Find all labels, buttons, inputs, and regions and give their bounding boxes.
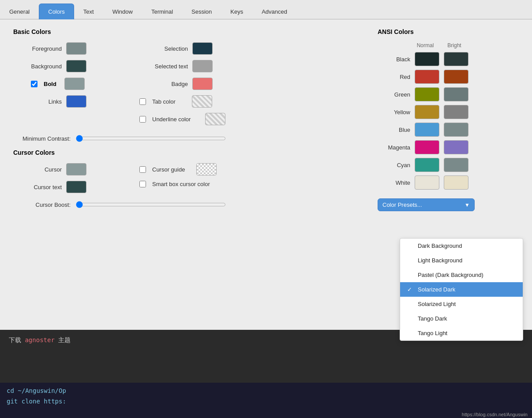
ansi-normal-swatch[interactable] — [415, 70, 439, 84]
bold-checkbox[interactable] — [31, 81, 37, 87]
bold-label: Bold — [44, 81, 56, 87]
ansi-bright-swatch[interactable] — [444, 105, 468, 119]
dropdown-item[interactable]: Pastel (Dark Background) — [400, 268, 523, 282]
ansi-normal-swatch[interactable] — [415, 175, 439, 190]
ansi-row: Black — [378, 52, 519, 66]
tab-color-swatch[interactable] — [192, 95, 212, 108]
ansi-normal-swatch[interactable] — [415, 123, 439, 137]
ansi-colors-title: ANSI Colors — [378, 28, 519, 35]
tab-bar: General Colors Text Window Terminal Sess… — [0, 0, 532, 19]
ansi-rows: Black Red Green Yellow Blue Magenta Cyan… — [378, 52, 519, 190]
underline-color-checkbox[interactable] — [139, 116, 146, 123]
badge-label: Badge — [139, 81, 188, 87]
smart-box-row: Smart box cursor color — [139, 181, 223, 187]
minimum-contrast-slider[interactable] — [76, 135, 226, 142]
foreground-row: Foreground — [13, 42, 86, 55]
dropdown-item[interactable]: Dark Background — [400, 239, 523, 253]
highlight-word: agnoster — [25, 336, 54, 343]
terminal-block: cd ~/Anguswin/Op git clone https: — [0, 383, 532, 418]
ansi-bright-swatch[interactable] — [444, 52, 468, 66]
tab-general[interactable]: General — [0, 4, 39, 19]
tab-color-row: Tab color — [139, 95, 225, 108]
cursor-row: Cursor — [13, 163, 86, 175]
url-bar: https://blog.csdn.net/Anguswin — [462, 412, 528, 417]
cursor-label: Cursor — [13, 166, 62, 173]
basic-colors-left: Foreground Background Bold Links — [13, 42, 86, 131]
underline-color-swatch[interactable] — [205, 113, 225, 125]
background-label: Background — [13, 63, 62, 70]
terminal-cmd1: cd ~/Anguswin/Op — [7, 387, 525, 394]
bright-header: Bright — [442, 42, 467, 49]
ansi-row: Red — [378, 70, 519, 84]
ansi-normal-swatch[interactable] — [415, 87, 439, 101]
ansi-bright-swatch[interactable] — [444, 70, 468, 84]
presets-area: Color Presets... ▼ — [378, 198, 519, 211]
presets-label: Color Presets... — [382, 202, 422, 208]
cursor-guide-checkbox[interactable] — [139, 166, 146, 173]
tab-text[interactable]: Text — [74, 4, 103, 19]
links-row: Links — [13, 95, 86, 108]
cursor-colors-layout: Cursor Cursor text Cursor guide Smart bo… — [13, 163, 360, 198]
terminal-cmd2: git clone https: — [7, 398, 525, 405]
tab-keys[interactable]: Keys — [221, 4, 252, 19]
left-panel: Basic Colors Foreground Background — [13, 28, 360, 321]
badge-swatch[interactable] — [192, 78, 213, 90]
ansi-row: Yellow — [378, 105, 519, 119]
tab-colors[interactable]: Colors — [39, 4, 74, 19]
ansi-column-headers: Normal Bright — [378, 42, 519, 49]
cursor-colors-left: Cursor Cursor text — [13, 163, 86, 198]
minimum-contrast-row: Minimum Contrast: — [13, 135, 360, 142]
links-label: Links — [13, 98, 62, 105]
dropdown-item[interactable]: Light Background — [400, 253, 523, 268]
links-swatch[interactable] — [66, 95, 86, 108]
smart-box-checkbox[interactable] — [139, 181, 146, 187]
cursor-text-swatch[interactable] — [66, 181, 86, 193]
tab-color-label: Tab color — [152, 98, 187, 105]
tab-advanced[interactable]: Advanced — [252, 4, 296, 19]
underline-color-row: Underline color — [139, 113, 225, 125]
ansi-normal-swatch[interactable] — [415, 140, 439, 154]
basic-colors-title: Basic Colors — [13, 28, 360, 35]
foreground-swatch[interactable] — [66, 42, 86, 55]
selection-label: Selection — [139, 45, 188, 52]
ansi-normal-swatch[interactable] — [415, 105, 439, 119]
underline-color-label: Underline color — [152, 116, 201, 123]
cursor-swatch[interactable] — [66, 163, 86, 175]
ansi-row: Cyan — [378, 158, 519, 172]
selected-text-row: Selected text — [139, 60, 225, 72]
dropdown-item[interactable]: Tango Light — [400, 326, 523, 340]
cursor-guide-swatch[interactable] — [196, 163, 217, 175]
ansi-bright-swatch[interactable] — [444, 87, 468, 101]
ansi-bright-swatch[interactable] — [444, 140, 468, 154]
tab-window[interactable]: Window — [103, 4, 142, 19]
terminal-area: 下载 agnoster 主题 cd ~/Anguswin/Op git clon… — [0, 330, 532, 418]
cursor-colors-title: Cursor Colors — [13, 149, 360, 156]
tab-session[interactable]: Session — [182, 4, 221, 19]
bold-swatch[interactable] — [64, 78, 85, 90]
background-row: Background — [13, 60, 86, 72]
cursor-colors-right: Cursor guide Smart box cursor color — [139, 163, 223, 198]
badge-row: Badge — [139, 78, 225, 90]
cursor-guide-label: Cursor guide — [152, 166, 192, 173]
foreground-label: Foreground — [13, 45, 62, 52]
background-swatch[interactable] — [66, 60, 86, 72]
ansi-normal-swatch[interactable] — [415, 52, 439, 66]
cursor-guide-row: Cursor guide — [139, 163, 223, 175]
cursor-text-label: Cursor text — [13, 184, 62, 190]
cursor-boost-slider[interactable] — [76, 201, 226, 208]
tab-terminal[interactable]: Terminal — [142, 4, 182, 19]
dropdown-item[interactable]: Tango Dark — [400, 311, 523, 326]
dropdown-item[interactable]: ✓ Solarized Dark — [400, 282, 523, 297]
selection-swatch[interactable] — [192, 42, 213, 55]
color-presets-button[interactable]: Color Presets... ▼ — [378, 198, 475, 211]
ansi-normal-swatch[interactable] — [415, 158, 439, 172]
bold-row: Bold — [13, 78, 86, 90]
ansi-bright-swatch[interactable] — [444, 158, 468, 172]
tab-color-checkbox[interactable] — [139, 98, 146, 105]
smart-box-label: Smart box cursor color — [152, 181, 223, 187]
selected-text-swatch[interactable] — [192, 60, 213, 72]
ansi-bright-swatch[interactable] — [444, 175, 468, 190]
ansi-bright-swatch[interactable] — [444, 123, 468, 137]
minimum-contrast-label: Minimum Contrast: — [13, 135, 71, 142]
dropdown-item[interactable]: Solarized Light — [400, 297, 523, 311]
